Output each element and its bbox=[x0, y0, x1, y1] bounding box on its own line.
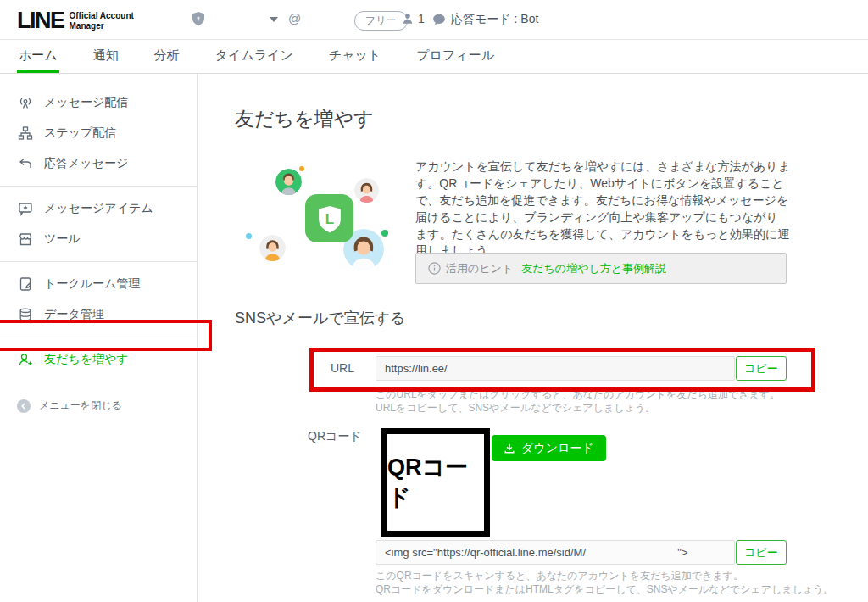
broadcast-icon bbox=[17, 94, 34, 111]
qr-code-placeholder: QRコード bbox=[381, 428, 490, 537]
response-mode-label: 応答モード : Bot bbox=[451, 12, 538, 27]
account-id-at: @ bbox=[288, 11, 301, 25]
plan-badge: フリー bbox=[354, 11, 408, 31]
avatar-man-green bbox=[275, 169, 302, 195]
person-add-icon bbox=[17, 351, 34, 368]
chat-bubble-icon bbox=[432, 13, 446, 26]
qr-copy-button[interactable]: コピー bbox=[736, 540, 787, 565]
main-nav: ホーム 通知 分析 タイムライン チャット プロフィール bbox=[0, 40, 868, 74]
download-label: ダウンロード bbox=[521, 441, 594, 456]
info-icon bbox=[428, 262, 441, 275]
svg-text:L: L bbox=[325, 209, 333, 226]
sidebar-item-label: データ管理 bbox=[44, 307, 104, 322]
sidebar-item-gain-friends[interactable]: 友だちを増やす bbox=[0, 344, 197, 375]
sidebar-item-label: ツール bbox=[44, 231, 81, 247]
avatar-woman-pink bbox=[354, 178, 379, 203]
sidebar-item-label: メッセージ配信 bbox=[44, 95, 128, 110]
tab-analytics[interactable]: 分析 bbox=[153, 40, 181, 73]
account-dropdown-caret-icon[interactable] bbox=[270, 17, 278, 22]
page-title: 友だちを増やす bbox=[235, 106, 374, 132]
tab-notifications[interactable]: 通知 bbox=[92, 40, 120, 73]
url-note-1: このURLをタップまたはクリックすると、あなたのアカウントを友だち追加できます。 bbox=[376, 388, 780, 402]
sidebar-item-auto-reply[interactable]: 応答メッセージ bbox=[0, 148, 197, 179]
qr-download-button[interactable]: ダウンロード bbox=[492, 435, 606, 461]
account-shield-icon bbox=[191, 11, 206, 31]
sidebar-divider bbox=[0, 337, 197, 337]
sidebar-item-tools[interactable]: ツール bbox=[0, 224, 197, 254]
avatar-woman-orange bbox=[259, 235, 286, 261]
download-icon bbox=[504, 443, 515, 454]
deco-dot-blue bbox=[246, 233, 252, 239]
sidebar-item-message-items[interactable]: メッセージアイテム bbox=[0, 193, 197, 224]
tab-home[interactable]: ホーム bbox=[17, 40, 59, 73]
sidebar: メッセージ配信 ステップ配信 応答メッセージ メッセージアイテム ツール トーク… bbox=[0, 74, 198, 602]
line-shield-logo: L bbox=[305, 194, 353, 242]
sidebar-item-label: メッセージアイテム bbox=[44, 201, 153, 216]
sidebar-item-label: トークルーム管理 bbox=[44, 276, 140, 292]
sidebar-divider bbox=[0, 261, 197, 262]
tab-profile[interactable]: プロフィール bbox=[415, 40, 496, 73]
app-header: LINE Official Account Manager @ フリー 1 応答… bbox=[0, 0, 868, 40]
qr-placeholder-text: QRコード bbox=[387, 452, 484, 513]
qr-note-2: QRコードをダウンロードまたはHTMLタグをコピーして、SNSやメールなどでシェ… bbox=[376, 583, 833, 597]
follower-count: 1 bbox=[401, 12, 425, 25]
sidebar-item-label: ステップ配信 bbox=[44, 125, 116, 141]
qr-embed-input[interactable] bbox=[376, 540, 735, 565]
hint-link[interactable]: 友だちの増やし方と事例解説 bbox=[521, 261, 666, 276]
main-content: 友だちを増やす L アカウントを宣伝して友だちを増やすには、さまざまな方法があり… bbox=[198, 74, 868, 602]
hint-banner: 活用のヒント 友だちの増やし方と事例解説 bbox=[415, 253, 787, 284]
collapse-menu-label: メニューを閉じる bbox=[39, 399, 122, 413]
database-icon bbox=[17, 306, 34, 323]
sidebar-item-step-broadcast[interactable]: ステップ配信 bbox=[0, 118, 197, 148]
sidebar-item-label: 友だちを増やす bbox=[44, 352, 129, 367]
follower-count-value: 1 bbox=[418, 12, 425, 25]
friends-illustration: L bbox=[237, 154, 411, 281]
chevron-left-circle-icon bbox=[17, 399, 31, 413]
tab-chat[interactable]: チャット bbox=[327, 40, 382, 73]
store-icon bbox=[17, 231, 34, 248]
sitemap-icon bbox=[17, 125, 34, 142]
response-mode: 応答モード : Bot bbox=[432, 12, 538, 27]
deco-dot-orange bbox=[299, 166, 304, 171]
qr-note-1: このQRコードをスキャンすると、あなたのアカウントを友だち追加できます。 bbox=[376, 570, 743, 583]
collapse-menu-button[interactable]: メニューを閉じる bbox=[0, 390, 197, 421]
person-icon bbox=[401, 12, 415, 25]
deco-dot-green bbox=[381, 230, 388, 237]
sidebar-divider bbox=[0, 186, 197, 187]
url-field-label: URL bbox=[331, 361, 354, 375]
qr-field-label: QRコード bbox=[308, 429, 362, 444]
logo-sub-text: Official Account Manager bbox=[70, 11, 134, 31]
url-note-2: URLをコピーして、SNSやメールなどでシェアしましょう。 bbox=[376, 402, 655, 415]
sidebar-item-label: 応答メッセージ bbox=[44, 156, 128, 171]
hint-prefix: 活用のヒント bbox=[446, 261, 513, 276]
url-input[interactable] bbox=[376, 356, 735, 381]
sns-section-heading: SNSやメールで宣伝する bbox=[235, 308, 406, 328]
reply-icon bbox=[17, 155, 34, 172]
message-plus-icon bbox=[17, 200, 34, 217]
line-logo: LINE Official Account Manager bbox=[17, 8, 134, 34]
talkroom-icon bbox=[17, 276, 34, 293]
sidebar-item-message-broadcast[interactable]: メッセージ配信 bbox=[0, 87, 197, 118]
page-description: アカウントを宣伝して友だちを増やすには、さまざまな方法があります。QRコードをシ… bbox=[415, 159, 790, 259]
logo-line-text: LINE bbox=[17, 8, 64, 34]
sidebar-item-talkroom[interactable]: トークルーム管理 bbox=[0, 269, 197, 299]
tab-timeline[interactable]: タイムライン bbox=[214, 40, 295, 73]
sidebar-item-data[interactable]: データ管理 bbox=[0, 299, 197, 330]
url-copy-button[interactable]: コピー bbox=[736, 356, 787, 381]
